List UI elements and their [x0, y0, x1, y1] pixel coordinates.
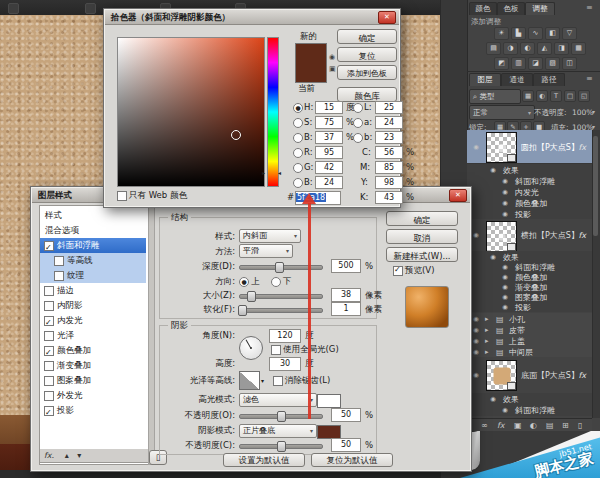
style-list-item-drop-shadow[interactable]: ✓ 投影	[40, 403, 146, 418]
checkbox[interactable]: ✓	[44, 241, 54, 251]
set-default-button[interactable]: 设置为默认值	[223, 453, 305, 467]
new-layer-icon[interactable]: ⊞	[562, 421, 569, 430]
style-list-item-bevel-emboss[interactable]: ✓ 斜面和浮雕	[40, 238, 146, 253]
filter-type-icon[interactable]: T	[550, 90, 562, 102]
curves-icon[interactable]: ∿	[528, 27, 543, 40]
style-list-item[interactable]: 样式	[40, 208, 146, 223]
link-layers-icon[interactable]: ∞	[481, 421, 488, 430]
checkbox[interactable]	[44, 286, 54, 296]
eye-icon[interactable]: ◉	[499, 283, 511, 291]
b2-radio[interactable]	[293, 178, 303, 188]
effect-row[interactable]: ◉ 颜色叠加	[467, 272, 592, 282]
eye-icon[interactable]: ◉	[487, 166, 499, 174]
eye-icon[interactable]: ◉	[499, 273, 511, 281]
chevron-down-icon[interactable]: ▾	[261, 377, 264, 384]
group-name[interactable]: 中间层	[509, 346, 533, 357]
cancel-button[interactable]: 取消	[386, 229, 458, 244]
style-list-item-contour[interactable]: 等高线	[40, 253, 146, 268]
add-layer-style-icon[interactable]: fx	[497, 421, 505, 430]
ok-button[interactable]: 确定	[337, 29, 397, 44]
gloss-contour-thumbnail[interactable]	[239, 371, 260, 390]
gradient-map-icon[interactable]: ▨	[545, 57, 560, 70]
effects-header-row[interactable]: ◉ 效果	[467, 251, 592, 262]
web-cube-icon[interactable]: ▣	[329, 65, 336, 73]
fx-icon[interactable]: fx.	[44, 451, 54, 460]
shadow-color-swatch[interactable]	[317, 425, 341, 439]
effect-row[interactable]: ◉ 斜面和浮雕	[467, 262, 592, 272]
layer-thumbnail[interactable]	[486, 221, 517, 252]
panel-menu-icon[interactable]: ≡	[586, 74, 593, 83]
altitude-input[interactable]: 30	[269, 357, 301, 371]
photo-filter-icon[interactable]: ◭	[537, 42, 552, 55]
chevron-down-icon[interactable]: ▾	[592, 108, 595, 115]
direction-down-radio[interactable]	[271, 277, 281, 287]
layer-thumbnail[interactable]	[486, 360, 517, 391]
expand-triangle-icon[interactable]: ▸	[485, 337, 489, 345]
panel-menu-icon[interactable]: ≡	[586, 3, 593, 12]
highlight-mode-select[interactable]: 滤色▾	[239, 393, 317, 407]
effect-row[interactable]: ◉ 投影	[467, 302, 592, 312]
tab-channels[interactable]: 通道	[501, 73, 533, 86]
effect-row[interactable]: ◉ 内发光	[467, 186, 592, 197]
layer-row[interactable]: ◉ 底面【P大点S】 fx	[467, 357, 592, 394]
style-list-item-inner-shadow[interactable]: 内阴影	[40, 298, 146, 313]
delete-layer-icon[interactable]: ▯	[578, 421, 582, 430]
s-input[interactable]: 75	[315, 116, 343, 129]
checkbox[interactable]: ✓	[44, 346, 54, 356]
soften-input[interactable]: 1	[331, 302, 361, 316]
group-name[interactable]: 皮带	[509, 324, 525, 335]
layer-name[interactable]: 圆扣【P大点S】	[521, 141, 579, 152]
expand-triangle-icon[interactable]: ▸	[485, 348, 489, 356]
tab-swatches[interactable]: 色板	[497, 2, 525, 15]
technique-select[interactable]: 平滑▾	[239, 244, 293, 258]
style-list-scrollbar[interactable]	[148, 205, 155, 465]
a-radio[interactable]	[353, 118, 363, 128]
gamut-warning-icon[interactable]: ◉	[329, 53, 335, 61]
b-radio[interactable]	[293, 133, 303, 143]
y-input[interactable]: 98	[375, 176, 403, 189]
eye-icon[interactable]: ◉	[499, 210, 511, 218]
saturation-brightness-field[interactable]	[117, 37, 265, 187]
add-to-swatches-button[interactable]: 添加到色板	[337, 65, 397, 80]
effect-row[interactable]: ◉ 图案叠加	[467, 292, 592, 302]
dialog-title[interactable]: 拾色器（斜面和浮雕阴影颜色）	[105, 10, 399, 25]
tab-layers[interactable]: 图层	[469, 73, 501, 86]
color-field-marker[interactable]	[231, 130, 241, 140]
style-list-item-gradient-overlay[interactable]: 渐变叠加	[40, 358, 146, 373]
effects-header-row[interactable]: ◉ 效果	[467, 164, 592, 175]
bb-input[interactable]: 23	[375, 131, 403, 144]
effects-header-row[interactable]: ◉ 效果	[467, 393, 592, 404]
l-input[interactable]: 25	[375, 101, 403, 114]
move-up-icon[interactable]: ▴	[65, 451, 69, 460]
layers-scrollbar-thumb[interactable]	[593, 136, 598, 236]
chevron-down-icon[interactable]: ▾	[592, 123, 595, 130]
layer-row[interactable]: ◉ 横扣【P大点S】 fx	[467, 219, 592, 252]
global-light-checkbox[interactable]	[271, 345, 281, 355]
expand-triangle-icon[interactable]: ▸	[485, 315, 489, 323]
filter-adjustment-icon[interactable]: ◐	[536, 90, 548, 102]
effect-row[interactable]: ◉ 投影	[467, 208, 592, 219]
levels-icon[interactable]: ▙	[511, 27, 526, 40]
angle-dial[interactable]	[239, 336, 263, 360]
fx-badge[interactable]: fx	[578, 231, 586, 240]
new-group-icon[interactable]: ▤	[546, 421, 554, 430]
h-radio[interactable]: ●	[293, 103, 303, 113]
color-balance-icon[interactable]: ◑	[503, 42, 518, 55]
checkbox[interactable]: ✓	[44, 316, 54, 326]
angle-input[interactable]: 120	[269, 329, 301, 343]
selective-color-icon[interactable]: ◫	[562, 57, 577, 70]
tab-adjustments[interactable]: 调整	[525, 2, 555, 15]
tool-options-icon[interactable]	[85, 3, 96, 14]
close-icon[interactable]: ✕	[378, 11, 396, 24]
eye-icon[interactable]: ◉	[499, 199, 511, 207]
b-input[interactable]: 37	[315, 131, 343, 144]
tab-color[interactable]: 颜色	[469, 2, 497, 15]
highlight-opacity-input[interactable]: 50	[331, 408, 361, 422]
black-white-icon[interactable]: ◐	[520, 42, 535, 55]
style-list-item-color-overlay[interactable]: ✓ 颜色叠加	[40, 343, 146, 358]
b2-input[interactable]: 24	[315, 176, 343, 189]
web-only-checkbox[interactable]	[117, 191, 127, 201]
g-input[interactable]: 42	[315, 161, 343, 174]
bb-radio[interactable]	[353, 133, 363, 143]
color-lookup-icon[interactable]: ▦	[571, 42, 586, 55]
